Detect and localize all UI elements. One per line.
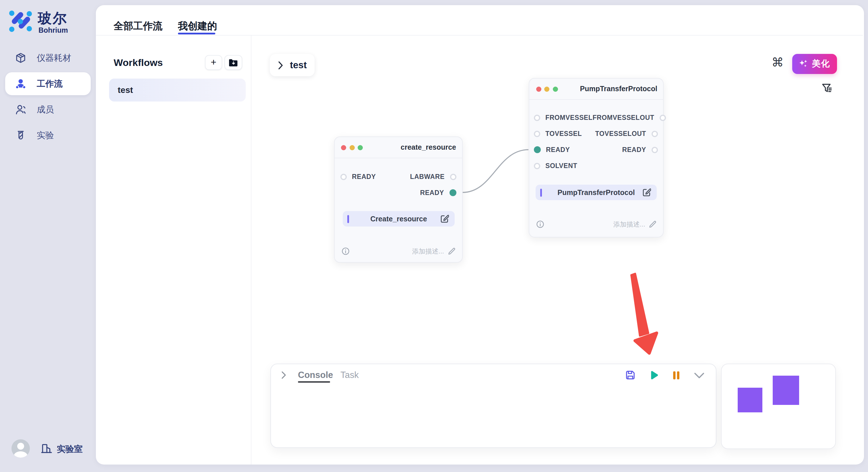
breadcrumb-label: test bbox=[290, 60, 307, 71]
chevron-right-icon bbox=[278, 61, 283, 69]
annotation-arrow bbox=[631, 274, 657, 353]
info-icon[interactable] bbox=[341, 247, 349, 255]
app-root: 玻尔 Bohrium 仪器耗材 工作流 bbox=[0, 0, 868, 472]
save-icon[interactable] bbox=[625, 370, 636, 380]
port-row: READY bbox=[340, 187, 456, 199]
port-row: READY LABWARE bbox=[340, 170, 456, 183]
input-port-solvent[interactable] bbox=[534, 163, 540, 169]
output-port-labware[interactable] bbox=[450, 173, 456, 180]
pencil-icon[interactable] bbox=[447, 247, 456, 255]
edit-icon[interactable] bbox=[642, 188, 651, 197]
run-play-icon[interactable] bbox=[648, 370, 659, 381]
node-pump-transfer-protocol[interactable]: PumpTransferProtocol FROMVESSEL FROMVESS… bbox=[529, 78, 663, 237]
port-label: FROMVESSELOUT bbox=[592, 114, 654, 121]
output-port-ready[interactable] bbox=[449, 189, 456, 196]
tab-console[interactable]: Console bbox=[298, 370, 333, 380]
edge-create-to-pump bbox=[463, 150, 528, 193]
description-placeholder[interactable]: 添加描述... bbox=[613, 220, 645, 229]
output-port-fromvesselout[interactable] bbox=[659, 114, 665, 121]
input-port-tovessel[interactable] bbox=[534, 131, 540, 137]
pencil-icon[interactable] bbox=[649, 220, 657, 228]
port-row: TOVESSEL TOVESSELOUT bbox=[534, 127, 658, 140]
accent-bar bbox=[540, 189, 541, 196]
node-title: PumpTransferProtocol bbox=[580, 85, 658, 93]
node-title: create_resource bbox=[401, 143, 456, 151]
output-port-ready[interactable] bbox=[651, 146, 658, 153]
sparkles-icon bbox=[799, 59, 808, 68]
port-label: READY bbox=[546, 146, 570, 153]
node-footer: 添加描述... bbox=[341, 245, 456, 258]
port-label: LABWARE bbox=[410, 173, 445, 180]
port-label: SOLVENT bbox=[546, 162, 577, 169]
node-action-button[interactable]: Create_resource bbox=[343, 211, 455, 227]
port-label: TOVESSELOUT bbox=[595, 130, 646, 137]
port-row: SOLVENT bbox=[534, 160, 658, 172]
traffic-green-dot bbox=[358, 145, 363, 150]
node-action-label: PumpTransferProtocol bbox=[557, 189, 635, 196]
traffic-green-dot bbox=[553, 86, 558, 92]
console-active-underline bbox=[298, 381, 330, 382]
info-icon[interactable] bbox=[536, 220, 544, 228]
input-port-ready[interactable] bbox=[534, 146, 541, 153]
node-header: create_resource bbox=[334, 137, 462, 158]
port-label: READY bbox=[352, 173, 376, 180]
edit-icon[interactable] bbox=[440, 214, 449, 223]
description-placeholder[interactable]: 添加描述... bbox=[412, 247, 444, 256]
accent-bar bbox=[347, 215, 349, 223]
pause-icon[interactable] bbox=[672, 370, 681, 380]
node-create-resource[interactable]: create_resource READY LABWARE READY Crea… bbox=[334, 136, 462, 263]
node-action-label: Create_resource bbox=[370, 215, 427, 223]
port-label: READY bbox=[420, 189, 444, 196]
command-icon[interactable]: ⌘ bbox=[772, 56, 784, 69]
tab-task[interactable]: Task bbox=[340, 370, 359, 380]
beautify-label: 美化 bbox=[812, 58, 830, 69]
beautify-button[interactable]: 美化 bbox=[792, 54, 837, 74]
minimap-node-rect bbox=[738, 388, 763, 412]
traffic-red-dot bbox=[536, 86, 541, 92]
output-port-tovesselout[interactable] bbox=[651, 131, 658, 137]
port-label: READY bbox=[622, 146, 646, 153]
input-port-ready[interactable] bbox=[340, 173, 347, 180]
traffic-yellow-dot bbox=[544, 86, 549, 92]
traffic-red-dot bbox=[341, 145, 346, 150]
minimap[interactable] bbox=[721, 364, 836, 449]
port-label: FROMVESSEL bbox=[546, 114, 592, 121]
node-footer: 添加描述... bbox=[536, 218, 657, 231]
node-header: PumpTransferProtocol bbox=[529, 78, 663, 100]
port-row: FROMVESSEL FROMVESSELOUT bbox=[534, 111, 658, 124]
minimap-node-rect bbox=[773, 376, 799, 405]
console-chevron-right-icon[interactable] bbox=[281, 371, 286, 379]
input-port-fromvessel[interactable] bbox=[534, 114, 540, 121]
collapse-chevron-down-icon[interactable] bbox=[693, 372, 705, 380]
node-action-button[interactable]: PumpTransferProtocol bbox=[536, 185, 657, 200]
traffic-yellow-dot bbox=[349, 145, 354, 150]
port-row: READY READY bbox=[534, 143, 658, 156]
port-label: TOVESSEL bbox=[546, 130, 582, 137]
filter-icon[interactable] bbox=[822, 83, 832, 94]
breadcrumb[interactable]: test bbox=[270, 54, 315, 76]
